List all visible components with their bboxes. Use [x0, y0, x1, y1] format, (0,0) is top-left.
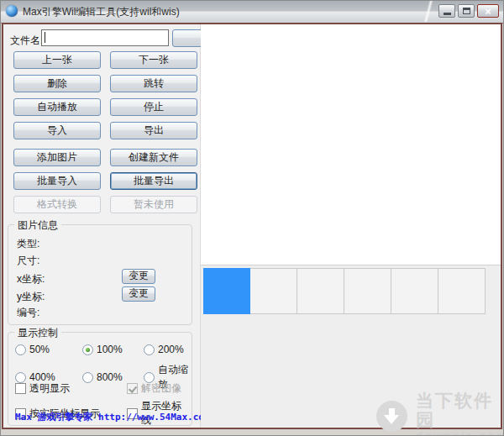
jump-button[interactable]: 跳转 — [110, 75, 197, 92]
image-info-title: 图片信息 — [14, 218, 61, 233]
filename-input[interactable] — [41, 29, 169, 46]
left-panel: 文件名: ... 上一张 下一张 删除 跳转 自动播放 停止 导入 导出 添加图… — [3, 24, 201, 428]
image-info-group: 图片信息 类型: 尺寸: x坐标: y坐标: 编号: 变更 变更 — [8, 224, 192, 325]
maximize-button[interactable] — [458, 4, 475, 18]
batch-import-button[interactable]: 批量导入 — [13, 172, 101, 190]
stop-button[interactable]: 停止 — [110, 98, 197, 116]
frame-cell[interactable] — [344, 268, 391, 314]
zoom-50-radio[interactable]: 50% — [15, 344, 82, 355]
maximize-icon — [463, 8, 470, 14]
frame-cell[interactable] — [438, 268, 486, 314]
radio-icon — [144, 344, 155, 355]
zoom-100-radio[interactable]: 100% — [82, 344, 144, 355]
change-x-button[interactable]: 变更 — [122, 269, 155, 284]
app-icon — [6, 5, 18, 17]
display-control-group: 显示控制 50% 100% 200% 400% 800% 自动缩放 透明显示 解… — [8, 332, 192, 426]
frame-cell[interactable] — [391, 268, 438, 314]
unused-button: 暂未使用 — [110, 196, 197, 213]
format-convert-button: 格式转换 — [13, 196, 101, 213]
image-preview-canvas[interactable] — [201, 24, 501, 265]
x-coord-label: x坐标: — [17, 272, 45, 286]
decrypt-checkbox: 解密图像 — [127, 381, 188, 396]
export-button[interactable]: 导出 — [110, 122, 197, 139]
frame-strip — [203, 268, 486, 314]
change-y-button[interactable]: 变更 — [122, 286, 155, 302]
promo-link[interactable]: Max 游戏引擎专家 http://www.54Max.com — [15, 411, 210, 423]
minimize-icon — [444, 13, 451, 15]
display-control-title: 显示控制 — [14, 326, 61, 340]
import-button[interactable]: 导入 — [13, 122, 101, 139]
prev-image-button[interactable]: 上一张 — [13, 51, 101, 69]
frame-cell[interactable] — [297, 268, 344, 314]
watermark-domain: downxia.com — [416, 429, 504, 436]
client-area: 文件名: ... 上一张 下一张 删除 跳转 自动播放 停止 导入 导出 添加图… — [2, 23, 502, 429]
watermark-brand: 当下软件园 — [416, 391, 504, 429]
zoom-200-radio[interactable]: 200% — [144, 344, 188, 355]
frame-cell-selected[interactable] — [203, 268, 250, 314]
add-image-button[interactable]: 添加图片 — [13, 149, 101, 166]
size-label: 尺寸: — [17, 254, 39, 268]
minimize-button[interactable] — [438, 4, 455, 18]
create-file-button[interactable]: 创建新文件 — [110, 149, 197, 166]
id-label: 编号: — [17, 306, 39, 320]
checkbox-checked-icon — [127, 383, 138, 394]
transparent-checkbox[interactable]: 透明显示 — [15, 381, 127, 396]
frame-cell[interactable] — [250, 268, 297, 314]
next-image-button[interactable]: 下一张 — [110, 51, 197, 69]
type-label: 类型: — [17, 237, 39, 251]
batch-export-button[interactable]: 批量导出 — [110, 172, 197, 190]
autoplay-button[interactable]: 自动播放 — [13, 98, 101, 116]
download-arrow-icon — [376, 401, 407, 432]
radio-icon — [15, 344, 26, 355]
text-caret — [45, 32, 45, 43]
checkbox-icon — [15, 383, 26, 394]
titlebar: Max引擎Wil编辑工具(支持wil和wis) × — [1, 1, 503, 24]
delete-button[interactable]: 删除 — [13, 75, 101, 92]
filename-label: 文件名: — [10, 34, 43, 48]
app-window: Max引擎Wil编辑工具(支持wil和wis) × 文件名: ... 上一张 下… — [0, 0, 504, 436]
y-coord-label: y坐标: — [17, 290, 45, 304]
titlebar-gloss — [417, 1, 439, 22]
close-button[interactable]: × — [477, 4, 499, 18]
radio-selected-icon — [82, 344, 93, 355]
window-title: Max引擎Wil编辑工具(支持wil和wis) — [23, 5, 180, 19]
downxia-watermark: 当下软件园 downxia.com — [376, 391, 504, 436]
